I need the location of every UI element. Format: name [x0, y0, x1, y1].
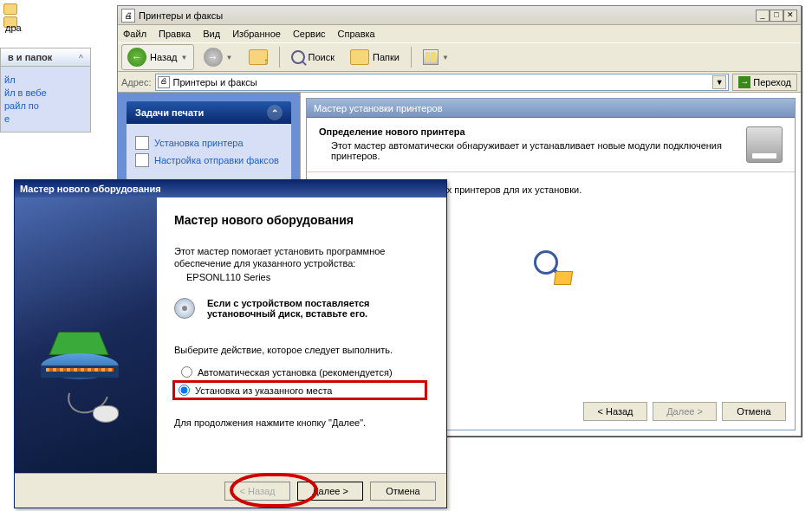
- go-label: Переход: [753, 77, 791, 87]
- printer-icon: [135, 136, 149, 150]
- cd-instruction: Если с устройством поставляется: [207, 298, 370, 308]
- menu-favorites[interactable]: Избранное: [232, 29, 281, 39]
- bg-task-link[interactable]: райл по: [4, 100, 87, 111]
- folder-icon: [350, 49, 369, 65]
- search-icon: [291, 50, 305, 64]
- sidebar-tasks-header[interactable]: Задачи печати ⌃: [127, 101, 291, 124]
- folders-button[interactable]: Папки: [344, 46, 406, 68]
- chevron-down-icon: ▼: [226, 54, 233, 61]
- go-arrow-icon: →: [738, 76, 750, 88]
- address-combo[interactable]: 🖨 Принтеры и факсы ▼: [155, 74, 730, 91]
- wizard-text: Этот мастер помогает установить программ…: [174, 246, 429, 256]
- dialog-title: Мастер нового оборудования: [20, 184, 161, 194]
- sidebar-item-label: Настройка отправки факсов: [154, 155, 279, 165]
- menu-file[interactable]: Файл: [123, 29, 146, 39]
- wizard-heading: Мастер нового оборудования: [174, 213, 429, 227]
- chevron-up-icon[interactable]: ⌃: [267, 105, 283, 120]
- forward-arrow-icon: →: [204, 48, 223, 67]
- address-value: Принтеры и факсы: [173, 77, 257, 87]
- separator: [411, 47, 412, 68]
- menu-tools[interactable]: Сервис: [293, 29, 326, 39]
- sidebar-item-add-printer[interactable]: Установка принтера: [135, 136, 283, 150]
- wizard-sidebar-graphic: [15, 197, 157, 473]
- sidebar-item-label: Установка принтера: [154, 138, 244, 148]
- back-arrow-icon: ←: [127, 48, 146, 67]
- wizard-text: обеспечение для указанного устройства:: [174, 258, 429, 268]
- wizard-buttons: < Назад Далее > Отмена: [15, 473, 446, 508]
- radio-manual-install[interactable]: Установка из указанного места: [179, 385, 332, 396]
- maximize-button[interactable]: □: [770, 10, 783, 22]
- cd-icon: [174, 298, 198, 322]
- chevron-down-icon: ▼: [181, 54, 188, 61]
- cd-instruction: установочный диск, вставьте его.: [207, 308, 370, 319]
- radio-label: Автоматическая установка (рекомендуется): [198, 367, 393, 378]
- sidebar-item-fax-setup[interactable]: Настройка отправки факсов: [135, 153, 283, 167]
- printer-icon: 🖨: [121, 9, 135, 23]
- sidebar-header-label: Задачи печати: [135, 107, 204, 118]
- bg-label: дра: [5, 23, 22, 33]
- continue-label: Для продолжения нажмите кнопку "Далее".: [174, 417, 429, 428]
- next-button[interactable]: Далее >: [297, 482, 363, 501]
- chevron-up-icon[interactable]: ^: [79, 53, 83, 61]
- close-button[interactable]: ✕: [783, 10, 797, 22]
- searching-icon: [530, 247, 572, 288]
- forward-button[interactable]: → ▼: [198, 44, 239, 70]
- separator: [279, 47, 280, 68]
- back-label: Назад: [150, 52, 178, 62]
- go-button[interactable]: → Переход: [732, 74, 797, 91]
- menu-help[interactable]: Справка: [338, 29, 375, 39]
- wizard-next-button: Далее >: [653, 402, 717, 421]
- folder-up-icon: [249, 49, 268, 65]
- select-action-label: Выберите действие, которое следует выпол…: [174, 345, 429, 355]
- address-bar: Адрес: 🖨 Принтеры и факсы ▼ → Переход: [118, 72, 801, 93]
- search-label: Поиск: [309, 52, 335, 62]
- device-name: EPSONL110 Series: [186, 272, 429, 282]
- radio-input[interactable]: [181, 366, 192, 378]
- printer-icon: 🖨: [158, 76, 170, 88]
- fax-icon: [135, 153, 149, 167]
- mouse-icon: [93, 405, 119, 423]
- toolbar: ← Назад ▼ → ▼ Поиск Папки ▼: [118, 42, 801, 72]
- folder-icon: [3, 3, 17, 15]
- radio-label: Установка из указанного места: [195, 385, 332, 396]
- hdd-front-icon: [41, 365, 119, 378]
- back-button[interactable]: ← Назад ▼: [121, 44, 194, 70]
- menu-edit[interactable]: Правка: [159, 29, 191, 39]
- address-label: Адрес:: [121, 77, 152, 87]
- wizard-cancel-button[interactable]: Отмена: [722, 402, 786, 421]
- bg-tasks-header: в и папок ^: [0, 48, 91, 67]
- cancel-button[interactable]: Отмена: [370, 482, 436, 501]
- search-button[interactable]: Поиск: [285, 47, 341, 68]
- views-icon: [423, 49, 438, 65]
- bg-task-link[interactable]: е: [4, 113, 87, 124]
- bg-task-link[interactable]: йл: [4, 74, 87, 85]
- wizard-back-button[interactable]: < Назад: [583, 402, 647, 421]
- up-button[interactable]: [243, 46, 274, 68]
- wizard-subheading: Этот мастер автоматически обнаруживает и…: [319, 140, 746, 161]
- window-titlebar[interactable]: 🖨 Принтеры и факсы _ □ ✕: [118, 6, 801, 25]
- printer-icon: [746, 126, 783, 163]
- new-hardware-wizard-dialog: Мастер нового оборудования Мастер нового…: [14, 179, 447, 508]
- minimize-button[interactable]: _: [756, 10, 770, 22]
- views-button[interactable]: ▼: [417, 46, 455, 68]
- back-button: < Назад: [224, 482, 290, 501]
- radio-auto-install[interactable]: Автоматическая установка (рекомендуется): [181, 366, 429, 378]
- chevron-down-icon: ▼: [442, 54, 449, 61]
- window-title: Принтеры и факсы: [139, 10, 756, 21]
- menu-view[interactable]: Вид: [203, 29, 220, 39]
- radio-input[interactable]: [179, 385, 190, 396]
- wizard-heading: Определение нового принтера: [319, 126, 746, 137]
- folders-label: Папки: [373, 52, 400, 62]
- pcb-icon: [49, 332, 108, 355]
- menu-bar: Файл Правка Вид Избранное Сервис Справка: [118, 25, 801, 42]
- address-dropdown-button[interactable]: ▼: [712, 75, 726, 89]
- bg-task-link[interactable]: йл в вебе: [4, 87, 87, 98]
- highlighted-option: Установка из указанного места: [172, 380, 427, 400]
- dialog-titlebar[interactable]: Мастер нового оборудования: [15, 180, 446, 197]
- wizard-panel-title: Мастер установки принтеров: [307, 99, 795, 118]
